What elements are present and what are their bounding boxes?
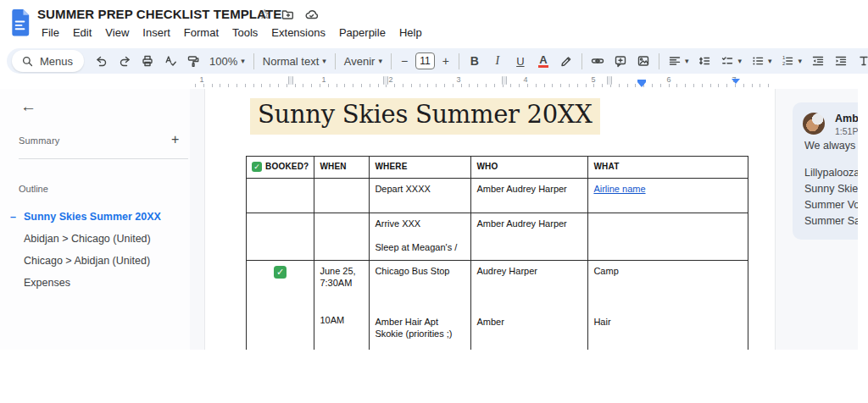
comment-card[interactable]: Ambe 1:51PM We always t Lillypalooza Sun… (793, 102, 868, 240)
numbered-list-button[interactable]: 1 2 ▾ (776, 50, 806, 72)
print-button[interactable] (136, 50, 159, 72)
decrease-indent-button[interactable] (807, 50, 829, 72)
table-column-marker[interactable] (383, 76, 388, 85)
header-when[interactable]: WHEN (314, 157, 370, 179)
cell-text[interactable]: Amber (476, 316, 582, 328)
increase-indent-button[interactable] (830, 50, 852, 72)
clear-formatting-button[interactable] (853, 50, 868, 72)
spellcheck-button[interactable] (159, 50, 181, 72)
align-button[interactable]: ▾ (664, 50, 693, 72)
cell-text[interactable]: Hair (593, 316, 743, 328)
outline-item-chicago-abidjan[interactable]: Chicago > Abidjan (United) (0, 250, 190, 272)
cell-who[interactable]: Amber Audrey Harper (471, 179, 588, 213)
back-arrow-icon[interactable]: ← (20, 97, 36, 116)
toolbar-divider (659, 53, 659, 69)
outline-sidebar: ← Summary + Outline Sunny Skies Summer 2… (0, 89, 190, 350)
font-select[interactable]: Avenir ▾ (340, 50, 387, 72)
menu-extensions[interactable]: Extensions (265, 25, 331, 41)
outline-item-sunny-skies[interactable]: Sunny Skies Summer 20XX (0, 206, 190, 228)
table-column-marker[interactable] (288, 76, 293, 85)
cell-where[interactable]: Arrive XXX Sleep at Meagan's / (370, 213, 471, 261)
outline-label: Outline (19, 184, 48, 194)
ruler-number: 4 (523, 75, 527, 84)
cell-who[interactable]: Audrey Harper Amber (471, 261, 588, 351)
cell-booked[interactable]: ✓ (247, 261, 314, 351)
move-folder-icon[interactable] (281, 8, 294, 21)
header-what[interactable]: WHAT (588, 157, 748, 179)
cell-when[interactable] (314, 179, 370, 213)
cell-where[interactable]: Depart XXXX (370, 179, 471, 213)
menus-search-button[interactable]: Menus (12, 50, 84, 72)
menu-help[interactable]: Help (393, 25, 428, 41)
redo-button[interactable] (114, 50, 136, 72)
cell-where[interactable]: Chicago Bus Stop Amber Hair Apt Skokie (… (370, 261, 471, 351)
search-icon (21, 55, 34, 68)
line-spacing-button[interactable] (693, 50, 715, 72)
increase-font-size-button[interactable]: + (437, 50, 454, 72)
insert-image-button[interactable] (632, 50, 654, 72)
zoom-value: 100% (209, 55, 237, 68)
document-title[interactable]: SUMMER PREP CHECKLIST TEMPLATE (37, 7, 281, 21)
cell-what[interactable]: Airline name (588, 179, 748, 213)
text-color-button[interactable]: A (532, 50, 554, 72)
airline-link[interactable]: Airline name (593, 184, 645, 194)
cell-booked[interactable] (247, 213, 314, 261)
outline-item-abidjan-chicago[interactable]: Abidjan > Chicago (United) (0, 228, 190, 250)
add-comment-button[interactable] (609, 50, 632, 72)
right-indent-marker[interactable] (732, 79, 740, 84)
docs-logo-icon[interactable] (10, 8, 31, 36)
cell-booked[interactable] (247, 179, 314, 213)
cell-text[interactable]: June 25, 7:30AM (320, 265, 364, 289)
add-summary-button[interactable]: + (171, 132, 179, 147)
document-title-actions: ☆ (259, 8, 319, 21)
page-title[interactable]: Sunny Skies Summer 20XX (250, 98, 600, 135)
table-column-marker[interactable] (607, 76, 612, 85)
cell-text[interactable]: Camp (593, 265, 743, 277)
bulleted-list-button[interactable]: ▾ (747, 50, 776, 72)
booked-checkbox[interactable]: ✓ (274, 266, 287, 279)
chevron-down-icon: ▾ (378, 58, 382, 65)
cell-text[interactable]: 10AM (320, 314, 364, 326)
underline-button[interactable]: U (509, 50, 531, 72)
menu-format[interactable]: Format (178, 25, 225, 41)
header-who[interactable]: WHO (471, 157, 588, 179)
decrease-font-size-button[interactable]: − (396, 50, 413, 72)
cell-text[interactable]: Sleep at Meagan's / (375, 241, 465, 253)
document-page[interactable]: Sunny Skies Summer 20XX ✓BOOKED? WHEN WH… (204, 89, 776, 350)
menu-paperpile[interactable]: Paperpile (333, 25, 392, 41)
font-size-input[interactable]: 11 (415, 52, 435, 69)
cell-text[interactable]: Chicago Bus Stop (375, 265, 465, 277)
menu-file[interactable]: File (36, 25, 65, 41)
cell-text[interactable]: Amber Audrey Harper (476, 218, 582, 229)
insert-link-button[interactable] (587, 50, 609, 72)
bold-button[interactable]: B (464, 50, 486, 72)
cloud-saved-icon[interactable] (304, 8, 319, 21)
menu-edit[interactable]: Edit (67, 25, 97, 41)
undo-button[interactable] (91, 50, 113, 72)
menu-tools[interactable]: Tools (226, 25, 264, 41)
header-where[interactable]: WHERE (370, 157, 471, 179)
left-indent-marker[interactable] (637, 82, 646, 87)
cell-text[interactable]: Audrey Harper (476, 265, 582, 277)
cell-text[interactable]: Depart XXXX (375, 183, 465, 195)
star-icon[interactable]: ☆ (259, 8, 270, 21)
header-booked[interactable]: ✓BOOKED? (247, 157, 314, 179)
cell-what[interactable]: Camp Hair (588, 261, 748, 351)
cell-text[interactable]: Arrive XXX (375, 218, 465, 229)
cell-who[interactable]: Amber Audrey Harper (471, 213, 588, 261)
table-column-marker[interactable] (502, 76, 507, 85)
paragraph-style-select[interactable]: Normal text ▾ (259, 50, 331, 72)
outline-item-expenses[interactable]: Expenses (0, 272, 190, 294)
menu-view[interactable]: View (99, 25, 135, 41)
cell-when[interactable] (314, 213, 370, 261)
paint-format-button[interactable] (182, 50, 204, 72)
cell-text[interactable]: Amber Audrey Harper (476, 183, 582, 195)
menu-insert[interactable]: Insert (136, 25, 176, 41)
zoom-select[interactable]: 100% ▾ (205, 50, 249, 72)
cell-what[interactable] (588, 213, 748, 261)
highlight-color-button[interactable] (555, 50, 577, 72)
checklist-button[interactable]: ▾ (716, 50, 746, 72)
cell-when[interactable]: June 25, 7:30AM 10AM (314, 261, 370, 351)
italic-button[interactable]: I (487, 50, 509, 72)
cell-text[interactable]: Amber Hair Apt Skokie (priorities ;) (375, 316, 465, 340)
